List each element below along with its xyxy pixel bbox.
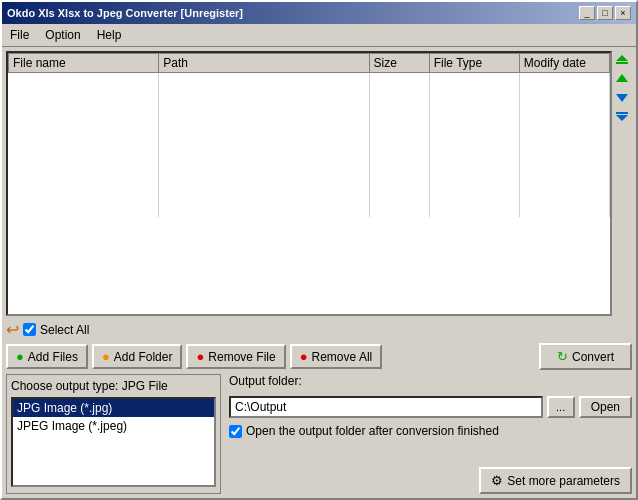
- col-size: Size: [369, 54, 429, 73]
- move-up-button[interactable]: [614, 71, 630, 87]
- select-all-row: ↩ Select All: [6, 320, 632, 339]
- convert-icon: ↻: [557, 349, 568, 364]
- col-path: Path: [159, 54, 369, 73]
- add-files-label: Add Files: [28, 350, 78, 364]
- file-table-wrapper: File name Path Size File Type Modify dat…: [6, 51, 612, 316]
- output-type-box: Choose output type: JPG File JPG Image (…: [6, 374, 221, 494]
- add-folder-button[interactable]: ● Add Folder: [92, 344, 183, 369]
- bottom-panel: Choose output type: JPG File JPG Image (…: [6, 374, 632, 494]
- remove-all-icon: ●: [300, 349, 308, 364]
- list-item-jpg[interactable]: JPG Image (*.jpg): [13, 399, 214, 417]
- remove-file-label: Remove File: [208, 350, 275, 364]
- menu-bar: File Option Help: [2, 24, 636, 47]
- params-label: Set more parameters: [507, 474, 620, 488]
- open-after-label: Open the output folder after conversion …: [246, 424, 499, 438]
- file-list-container: File name Path Size File Type Modify dat…: [6, 51, 632, 316]
- open-after-checkbox[interactable]: [229, 425, 242, 438]
- remove-all-button[interactable]: ● Remove All: [290, 344, 383, 369]
- add-files-button[interactable]: ● Add Files: [6, 344, 88, 369]
- remove-file-icon: ●: [196, 349, 204, 364]
- move-down-button[interactable]: [614, 89, 630, 105]
- move-top-button[interactable]: [614, 53, 630, 69]
- set-params-button[interactable]: ⚙ Set more parameters: [479, 467, 632, 494]
- menu-option[interactable]: Option: [37, 26, 88, 44]
- menu-file[interactable]: File: [2, 26, 37, 44]
- list-item-jpeg[interactable]: JPEG Image (*.jpeg): [13, 417, 214, 435]
- table-row: [9, 163, 610, 181]
- table-row: [9, 73, 610, 91]
- svg-marker-4: [616, 115, 628, 121]
- content-area: File name Path Size File Type Modify dat…: [2, 47, 636, 498]
- open-folder-button[interactable]: Open: [579, 396, 632, 418]
- output-type-list[interactable]: JPG Image (*.jpg) JPEG Image (*.jpeg): [11, 397, 216, 487]
- convert-label: Convert: [572, 350, 614, 364]
- browse-button[interactable]: ...: [547, 396, 575, 418]
- select-all-checkbox[interactable]: [23, 323, 36, 336]
- menu-help[interactable]: Help: [89, 26, 130, 44]
- table-row: [9, 91, 610, 109]
- output-folder-box: Output folder: ... Open Open the output …: [229, 374, 632, 494]
- folder-row: ... Open: [229, 396, 632, 418]
- move-bottom-button[interactable]: [614, 107, 630, 123]
- folder-path-input[interactable]: [229, 396, 543, 418]
- maximize-button[interactable]: □: [597, 6, 613, 20]
- table-row: [9, 109, 610, 127]
- svg-rect-5: [616, 112, 628, 114]
- title-buttons: _ □ ×: [579, 6, 631, 20]
- params-row: ⚙ Set more parameters: [229, 467, 632, 494]
- output-folder-label: Output folder:: [229, 374, 632, 388]
- select-all-label: Select All: [40, 323, 89, 337]
- table-row: [9, 127, 610, 145]
- col-modifydate: Modify date: [519, 54, 609, 73]
- svg-marker-3: [616, 94, 628, 102]
- main-window: Okdo Xls Xlsx to Jpeg Converter [Unregis…: [0, 0, 638, 500]
- minimize-button[interactable]: _: [579, 6, 595, 20]
- svg-marker-0: [616, 55, 628, 61]
- col-filetype: File Type: [429, 54, 519, 73]
- table-row: [9, 145, 610, 163]
- convert-button[interactable]: ↻ Convert: [539, 343, 632, 370]
- remove-file-button[interactable]: ● Remove File: [186, 344, 285, 369]
- remove-all-label: Remove All: [312, 350, 373, 364]
- col-filename: File name: [9, 54, 159, 73]
- gear-icon: ⚙: [491, 473, 503, 488]
- close-button[interactable]: ×: [615, 6, 631, 20]
- title-bar: Okdo Xls Xlsx to Jpeg Converter [Unregis…: [2, 2, 636, 24]
- output-type-label: Choose output type: JPG File: [11, 379, 216, 393]
- add-folder-label: Add Folder: [114, 350, 173, 364]
- toolbar-row: ● Add Files ● Add Folder ● Remove File ●…: [6, 343, 632, 370]
- svg-marker-2: [616, 74, 628, 82]
- open-after-row: Open the output folder after conversion …: [229, 424, 632, 438]
- svg-rect-1: [616, 62, 628, 64]
- window-title: Okdo Xls Xlsx to Jpeg Converter [Unregis…: [7, 7, 243, 19]
- file-table: File name Path Size File Type Modify dat…: [8, 53, 610, 217]
- side-arrows: [612, 51, 632, 316]
- table-row: [9, 199, 610, 217]
- add-files-icon: ●: [16, 349, 24, 364]
- add-folder-icon: ●: [102, 349, 110, 364]
- table-row: [9, 181, 610, 199]
- back-arrow-icon: ↩: [6, 320, 19, 339]
